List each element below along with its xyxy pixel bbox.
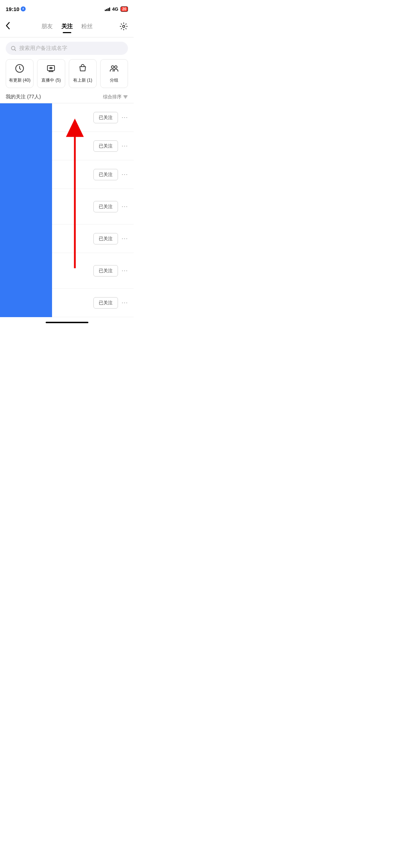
svg-point-5 bbox=[111, 66, 114, 68]
category-new[interactable]: 有上新 (1) bbox=[69, 59, 97, 88]
more-button[interactable]: ··· bbox=[122, 114, 128, 121]
follow-button[interactable]: 已关注 bbox=[93, 201, 118, 212]
svg-point-6 bbox=[114, 66, 117, 68]
status-right: 4G 20 bbox=[105, 6, 128, 12]
back-button[interactable] bbox=[6, 22, 17, 31]
battery-badge: 20 bbox=[120, 6, 128, 12]
follow-button[interactable]: 已关注 bbox=[93, 112, 118, 123]
live-icon bbox=[46, 64, 56, 75]
user-actions: 已关注 ··· bbox=[93, 169, 128, 180]
updates-label: 有更新 (40) bbox=[9, 77, 31, 83]
live-label: 直播中 (5) bbox=[41, 77, 61, 83]
more-button[interactable]: ··· bbox=[122, 267, 128, 274]
status-bar: 19:10 4G 20 bbox=[0, 0, 134, 16]
search-placeholder: 搜索用户备注或名字 bbox=[19, 45, 67, 52]
user-actions: 已关注 ··· bbox=[93, 265, 128, 277]
user-actions: 已关注 ··· bbox=[93, 297, 128, 309]
user-actions: 已关注 ··· bbox=[93, 140, 128, 152]
more-button[interactable]: ··· bbox=[122, 299, 128, 306]
signal-icon bbox=[105, 7, 110, 11]
new-label: 有上新 (1) bbox=[73, 77, 92, 83]
status-time: 19:10 bbox=[6, 6, 26, 12]
follow-button[interactable]: 已关注 bbox=[93, 297, 118, 309]
sort-button[interactable]: 综合排序 bbox=[103, 94, 128, 100]
tab-following[interactable]: 关注 bbox=[61, 21, 73, 32]
user-actions: 已关注 ··· bbox=[93, 233, 128, 244]
follow-button[interactable]: 已关注 bbox=[93, 169, 118, 180]
blue-overlay bbox=[0, 103, 52, 317]
follow-button[interactable]: 已关注 bbox=[93, 233, 118, 244]
follow-button[interactable]: 已关注 bbox=[93, 140, 118, 152]
more-button[interactable]: ··· bbox=[122, 203, 128, 210]
following-count: 我的关注 (77人) bbox=[6, 94, 41, 100]
user-actions: 已关注 ··· bbox=[93, 201, 128, 212]
user-actions: 已关注 ··· bbox=[93, 112, 128, 123]
nav-tabs: 朋友 关注 粉丝 bbox=[17, 21, 117, 32]
search-bar[interactable]: 搜索用户备注或名字 bbox=[6, 42, 128, 55]
nav-divider bbox=[0, 37, 134, 37]
following-header: 我的关注 (77人) 综合排序 bbox=[0, 92, 134, 103]
home-indicator bbox=[46, 322, 88, 323]
updates-icon bbox=[15, 64, 24, 75]
groups-icon bbox=[109, 64, 119, 75]
sort-icon bbox=[123, 94, 128, 99]
tab-friends[interactable]: 朋友 bbox=[41, 21, 53, 32]
category-groups[interactable]: 分组 bbox=[100, 59, 128, 88]
home-indicator-area bbox=[0, 317, 134, 328]
more-button[interactable]: ··· bbox=[122, 235, 128, 242]
location-icon bbox=[21, 6, 26, 11]
more-button[interactable]: ··· bbox=[122, 171, 128, 178]
nav-bar: 朋友 关注 粉丝 bbox=[0, 16, 134, 34]
groups-label: 分组 bbox=[110, 77, 118, 83]
tab-fans[interactable]: 粉丝 bbox=[81, 21, 93, 32]
category-grid: 有更新 (40) 直播中 (5) 有上新 (1) bbox=[0, 59, 134, 92]
new-icon bbox=[78, 64, 87, 75]
list-area: 已关注 ··· 已关注 ··· 已关注 ··· ··· bbox=[0, 103, 134, 317]
settings-button[interactable] bbox=[117, 22, 128, 31]
network-type: 4G bbox=[112, 6, 118, 12]
svg-point-0 bbox=[123, 25, 125, 27]
category-updates[interactable]: 有更新 (40) bbox=[6, 59, 34, 88]
follow-button[interactable]: 已关注 bbox=[93, 265, 118, 277]
search-icon bbox=[11, 46, 16, 51]
more-button[interactable]: ··· bbox=[122, 142, 128, 150]
category-live[interactable]: 直播中 (5) bbox=[37, 59, 65, 88]
